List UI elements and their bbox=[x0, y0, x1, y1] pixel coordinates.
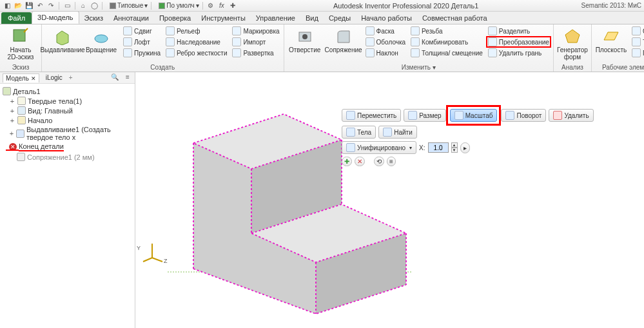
tree-extrusion1[interactable]: +Выдавливание1 (Создать твердое тело x bbox=[1, 125, 133, 142]
panel-title-sketch: Эскиз bbox=[12, 63, 30, 72]
shape-generator-button[interactable]: Генератор форм bbox=[556, 26, 589, 61]
tab-3d-model[interactable]: 3D-модель bbox=[32, 11, 79, 24]
undo-icon[interactable]: ↶ bbox=[35, 1, 44, 10]
size-button[interactable]: Размер bbox=[404, 109, 445, 122]
tab-collab[interactable]: Совместная работа bbox=[417, 12, 493, 24]
split-button[interactable]: Разделить bbox=[487, 26, 551, 36]
direct-edit-minitoolbar: Переместить Размер Масштаб Поворот Удали… bbox=[342, 108, 594, 166]
chamfer-button[interactable]: Фаска bbox=[364, 26, 407, 36]
tab-annotate[interactable]: Аннотации bbox=[108, 12, 154, 24]
panel-modify: Отверстие Сопряжение Фаска Оболочка Накл… bbox=[284, 24, 554, 72]
point-button[interactable]: Точка▾ bbox=[630, 37, 644, 47]
axis-x-label: X: bbox=[419, 144, 425, 151]
ribbon: Начать 2D-эскиз Эскиз Выдавливание Враще… bbox=[0, 24, 644, 72]
emboss-button[interactable]: Рельеф bbox=[164, 26, 228, 36]
import-button[interactable]: Импорт bbox=[231, 37, 280, 47]
tree-fillet1[interactable]: Сопряжение1 (2 мм) bbox=[1, 152, 133, 162]
svg-line-21 bbox=[152, 258, 162, 262]
fillet-button[interactable]: Сопряжение bbox=[326, 26, 362, 53]
tab-add-icon[interactable]: + bbox=[69, 74, 73, 81]
scale-value-input[interactable] bbox=[428, 142, 449, 153]
bodies-button[interactable]: Тела bbox=[342, 126, 376, 139]
spinner[interactable]: ▲▼ bbox=[451, 142, 458, 153]
combine-button[interactable]: Комбинировать bbox=[409, 37, 484, 47]
title-bar: ◧ 📂 💾 ↶ ↷ ▭ ⌂ ◯ Типовые▾ По умолч▾ ⚙ fx … bbox=[0, 0, 644, 12]
tab-getstarted[interactable]: Начало работы bbox=[356, 12, 417, 24]
panel-work-features: Плоскость Ось▾ Точка▾ ПСК Рабочие элемен… bbox=[592, 24, 644, 72]
menu-icon[interactable]: ≡ bbox=[123, 73, 132, 82]
semantic-switch[interactable]: Semantic 2013: МиС bbox=[581, 2, 641, 9]
svg-marker-2 bbox=[57, 31, 68, 45]
axis-button[interactable]: Ось▾ bbox=[630, 26, 644, 36]
unwrap-button[interactable]: Развертка bbox=[231, 48, 280, 58]
select-icon[interactable]: ▭ bbox=[63, 1, 72, 10]
shell-button[interactable]: Оболочка bbox=[364, 37, 407, 47]
revolve-button[interactable]: Вращение bbox=[83, 26, 119, 53]
tree-solid-bodies[interactable]: +Твердые тела(1) bbox=[1, 96, 133, 106]
prev-icon[interactable]: ⟲ bbox=[374, 157, 384, 166]
appearance-dropdown[interactable]: Типовые▾ bbox=[110, 2, 148, 9]
add-qat-icon[interactable]: ✚ bbox=[228, 1, 237, 10]
svg-marker-7 bbox=[604, 32, 618, 40]
uniform-button[interactable]: Унифицировано▾ bbox=[342, 141, 416, 154]
thicken-button[interactable]: Толщина/ смещение bbox=[409, 48, 484, 58]
panel-create: Выдавливание Вращение Сдвиг Лофт Пружина… bbox=[42, 24, 284, 72]
tree-root[interactable]: Деталь1 bbox=[1, 86, 133, 96]
open-icon[interactable]: 📂 bbox=[14, 1, 23, 10]
sphere-icon[interactable]: ◯ bbox=[90, 1, 99, 10]
search-icon[interactable]: 🔍 bbox=[110, 73, 119, 82]
tab-sketch[interactable]: Эскиз bbox=[79, 12, 108, 24]
svg-rect-0 bbox=[14, 30, 25, 41]
move-button[interactable]: Переместить bbox=[342, 109, 401, 122]
tab-file[interactable]: Файл bbox=[1, 12, 32, 24]
tree-origin[interactable]: +Начало bbox=[1, 115, 133, 125]
tab-inspect[interactable]: Проверка bbox=[154, 12, 196, 24]
find-button[interactable]: Найти bbox=[378, 126, 417, 139]
svg-point-5 bbox=[302, 34, 307, 39]
settings-icon[interactable]: ⚙ bbox=[206, 1, 215, 10]
svg-point-3 bbox=[95, 35, 108, 43]
axis-y-label: Y bbox=[137, 245, 141, 251]
browser-tree: Деталь1 +Твердые тела(1) +Вид: Главный +… bbox=[0, 84, 135, 164]
decal-button[interactable]: Маркировка bbox=[231, 26, 280, 36]
thread-button[interactable]: Резьба bbox=[409, 26, 484, 36]
ucs-button[interactable]: ПСК bbox=[630, 48, 644, 58]
hole-button[interactable]: Отверстие bbox=[287, 26, 323, 53]
panel-title-analysis: Анализ bbox=[561, 63, 583, 72]
tab-environments[interactable]: Среды bbox=[324, 12, 356, 24]
list-icon[interactable]: ≡ bbox=[387, 157, 396, 166]
viewport[interactable]: Y Z Переместить Размер Масштаб Поворот У… bbox=[135, 72, 644, 328]
draft-button[interactable]: Наклон bbox=[364, 48, 407, 58]
direct-edit-button[interactable]: Преобразование bbox=[487, 37, 551, 47]
browser-header: Модель ✕ iLogic + 🔍 ≡ bbox=[0, 72, 135, 84]
fx-icon[interactable]: fx bbox=[217, 1, 226, 10]
tab-view[interactable]: Вид bbox=[300, 12, 324, 24]
app-icon[interactable]: ◧ bbox=[3, 1, 12, 10]
save-icon[interactable]: 💾 bbox=[24, 1, 34, 10]
ok-icon[interactable]: ✚ bbox=[342, 157, 352, 166]
rotate-button[interactable]: Поворот bbox=[501, 109, 546, 122]
start-2d-sketch-button[interactable]: Начать 2D-эскиз bbox=[3, 26, 39, 61]
panel-title-work: Рабочие элементы bbox=[602, 63, 644, 72]
browser-tab-model[interactable]: Модель ✕ bbox=[3, 73, 39, 82]
plane-button[interactable]: Плоскость bbox=[594, 26, 628, 53]
extrude-button[interactable]: Выдавливание bbox=[44, 26, 81, 53]
measure-icon[interactable]: ▸ bbox=[460, 142, 470, 153]
tree-view[interactable]: +Вид: Главный bbox=[1, 106, 133, 115]
coil-button[interactable]: Пружина bbox=[122, 48, 162, 58]
cancel-icon[interactable]: ✕ bbox=[355, 157, 365, 166]
tree-end-of-part[interactable]: ✕Конец детали bbox=[1, 142, 133, 152]
scale-button[interactable]: Масштаб bbox=[450, 109, 498, 122]
delete-button[interactable]: Удалить bbox=[549, 109, 593, 122]
loft-button[interactable]: Лофт bbox=[122, 37, 162, 47]
tab-tools[interactable]: Инструменты bbox=[196, 12, 251, 24]
sweep-button[interactable]: Сдвиг bbox=[122, 26, 162, 36]
color-dropdown[interactable]: По умолч▾ bbox=[159, 2, 199, 9]
home-icon[interactable]: ⌂ bbox=[79, 1, 88, 10]
rib-button[interactable]: Ребро жесткости bbox=[164, 48, 228, 58]
browser-tab-ilogic[interactable]: iLogic bbox=[43, 73, 65, 82]
derive-button[interactable]: Наследование bbox=[164, 37, 228, 47]
redo-icon[interactable]: ↷ bbox=[46, 1, 55, 10]
delete-face-button[interactable]: Удалить грань bbox=[487, 48, 551, 58]
tab-manage[interactable]: Управление bbox=[251, 12, 300, 24]
